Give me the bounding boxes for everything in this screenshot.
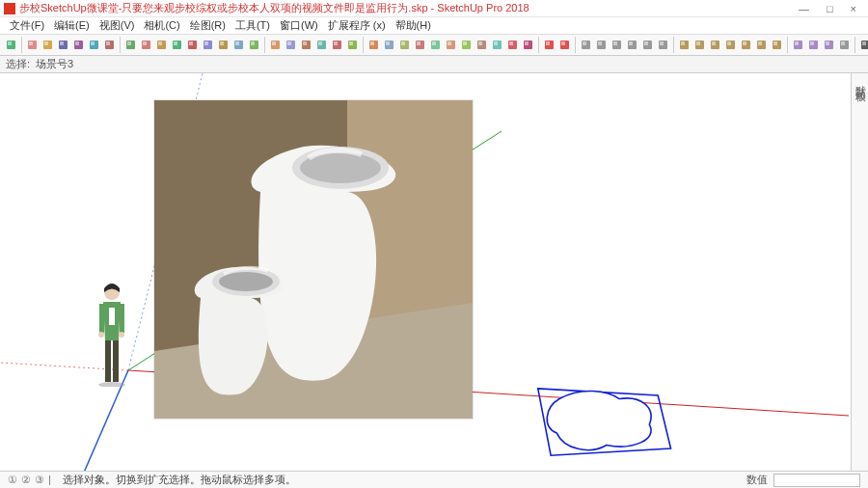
- style4-icon[interactable]: [723, 37, 738, 53]
- svg-rect-53: [432, 41, 436, 45]
- views5-icon[interactable]: [640, 37, 655, 53]
- record-icon[interactable]: [542, 37, 556, 53]
- style7-icon[interactable]: [770, 37, 784, 53]
- menu-file[interactable]: 文件(F): [6, 18, 48, 33]
- svg-rect-23: [189, 41, 193, 45]
- menu-edit[interactable]: 编辑(E): [50, 18, 94, 33]
- paint-icon[interactable]: [247, 37, 261, 53]
- status-circle-2[interactable]: ②: [21, 474, 31, 486]
- svg-rect-63: [509, 41, 513, 45]
- rotate-icon[interactable]: [170, 37, 184, 53]
- viewport[interactable]: 默认面板: [0, 73, 868, 471]
- scale-icon[interactable]: [185, 37, 200, 53]
- eraser-icon[interactable]: [25, 37, 40, 53]
- svg-rect-11: [91, 41, 95, 45]
- svg-rect-51: [417, 41, 420, 45]
- views4-icon[interactable]: [625, 37, 639, 53]
- status-circle-1[interactable]: ①: [8, 474, 17, 486]
- style1-icon[interactable]: [677, 37, 692, 53]
- drawn-shape[interactable]: [521, 380, 675, 467]
- style2-icon[interactable]: [692, 37, 707, 53]
- svg-rect-61: [494, 41, 498, 45]
- minimize-button[interactable]: —: [799, 3, 809, 14]
- undo-icon[interactable]: [330, 37, 344, 53]
- menu-window[interactable]: 窗口(W): [276, 18, 322, 33]
- sandbox2-icon[interactable]: [490, 37, 504, 53]
- zoom-icon[interactable]: [299, 37, 313, 53]
- photo-icon[interactable]: [521, 37, 535, 53]
- position-icon[interactable]: [459, 37, 474, 53]
- svg-rect-65: [525, 41, 529, 45]
- svg-rect-17: [143, 41, 147, 45]
- svg-rect-45: [370, 41, 374, 45]
- status-divider: |: [48, 474, 51, 486]
- svg-rect-37: [303, 41, 307, 45]
- menu-view[interactable]: 视图(V): [95, 18, 139, 33]
- svg-rect-81: [660, 41, 664, 45]
- status-circle-3[interactable]: ③: [35, 474, 44, 486]
- orbit-icon[interactable]: [268, 37, 283, 53]
- select-icon[interactable]: [4, 37, 18, 53]
- redo-icon[interactable]: [345, 37, 360, 53]
- reference-image: [154, 100, 473, 419]
- polygon-icon[interactable]: [123, 37, 138, 53]
- style3-icon[interactable]: [708, 37, 722, 53]
- svg-rect-57: [463, 41, 467, 45]
- svg-rect-31: [251, 41, 255, 45]
- svg-rect-55: [448, 41, 451, 45]
- menu-help[interactable]: 帮助(H): [392, 18, 435, 33]
- svg-rect-5: [44, 41, 48, 45]
- svg-rect-75: [613, 41, 617, 45]
- rect-icon[interactable]: [87, 37, 101, 53]
- shadow-icon[interactable]: [791, 37, 805, 53]
- circle-icon[interactable]: [102, 37, 117, 53]
- sandbox1-icon[interactable]: [475, 37, 489, 53]
- menu-camera[interactable]: 相机(C): [140, 18, 183, 33]
- list-icon[interactable]: [858, 37, 868, 53]
- move-icon[interactable]: [154, 37, 169, 53]
- sandbox3-icon[interactable]: [505, 37, 520, 53]
- views6-icon[interactable]: [656, 37, 670, 53]
- views1-icon[interactable]: [579, 37, 593, 53]
- views2-icon[interactable]: [594, 37, 609, 53]
- arc-icon[interactable]: [71, 37, 86, 53]
- fog-icon[interactable]: [806, 37, 821, 53]
- walk-icon[interactable]: [428, 37, 443, 53]
- pencil-icon[interactable]: [41, 37, 55, 53]
- text-icon[interactable]: [231, 37, 246, 53]
- pushpull-icon[interactable]: [139, 37, 153, 53]
- maximize-button[interactable]: □: [827, 3, 833, 14]
- menu-draw[interactable]: 绘图(R): [186, 18, 230, 33]
- svg-rect-41: [334, 41, 338, 45]
- layer-icon[interactable]: [837, 37, 852, 53]
- close-button[interactable]: ×: [851, 3, 856, 14]
- scene-tab[interactable]: 场景号3: [36, 57, 73, 71]
- camera-icon[interactable]: [413, 37, 427, 53]
- menu-extensions[interactable]: 扩展程序 (x): [324, 18, 390, 33]
- svg-rect-25: [204, 41, 208, 45]
- svg-rect-39: [318, 41, 322, 45]
- svg-rect-9: [75, 41, 79, 45]
- pan-icon[interactable]: [284, 37, 298, 53]
- views3-icon[interactable]: [610, 37, 624, 53]
- svg-rect-87: [712, 41, 716, 45]
- layers-icon[interactable]: [382, 37, 396, 53]
- style5-icon[interactable]: [739, 37, 753, 53]
- menu-tools[interactable]: 工具(T): [231, 18, 274, 33]
- line-icon[interactable]: [56, 37, 70, 53]
- look-icon[interactable]: [444, 37, 458, 53]
- selection-label: 选择:: [6, 57, 30, 71]
- xray-icon[interactable]: [822, 37, 836, 53]
- style6-icon[interactable]: [754, 37, 769, 53]
- section-icon[interactable]: [366, 37, 381, 53]
- measurement-input[interactable]: [773, 474, 860, 487]
- stop-icon[interactable]: [557, 37, 572, 53]
- svg-rect-91: [743, 41, 746, 45]
- offset-icon[interactable]: [201, 37, 215, 53]
- svg-rect-67: [546, 41, 550, 45]
- right-panel-tab[interactable]: 默认面板: [851, 73, 868, 471]
- tape-icon[interactable]: [216, 37, 231, 53]
- svg-rect-13: [106, 41, 110, 45]
- zoomext-icon[interactable]: [314, 37, 329, 53]
- outliner-icon[interactable]: [397, 37, 412, 53]
